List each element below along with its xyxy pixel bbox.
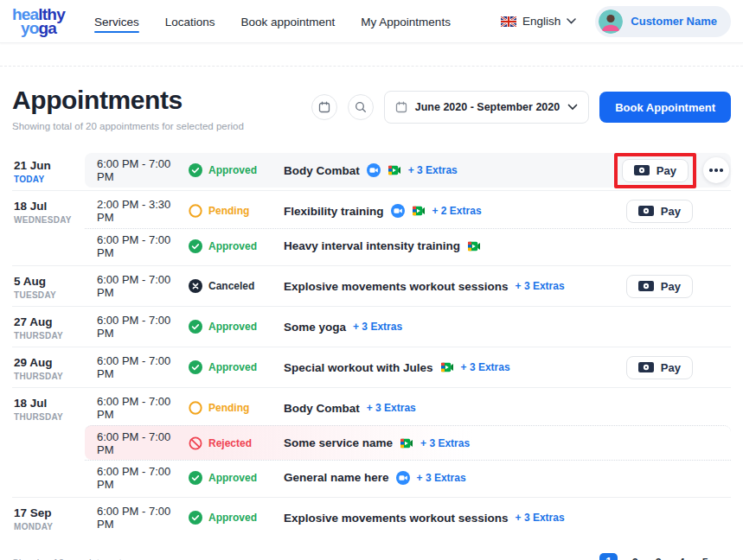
service-name: Special workout with Jules	[284, 361, 433, 374]
logo-text: yo	[21, 19, 39, 37]
meet-icon	[388, 163, 401, 177]
user-name: Customer Name	[631, 15, 717, 28]
appointment-row: 6:00 PM - 7:00 PMApprovedGeneral name he…	[85, 460, 731, 494]
banknote-icon	[638, 362, 654, 372]
calendar-icon	[395, 101, 407, 113]
row-actions: Pay	[626, 200, 731, 223]
appointment-time: 6:00 PM - 7:00 PM	[85, 354, 189, 380]
nav-item-book-appointment[interactable]: Book appointment	[241, 3, 336, 40]
appointment-time: 6:00 PM - 7:00 PM	[85, 314, 189, 340]
date-cell: 5 AugTUESDAY	[12, 266, 85, 306]
group-weekday: THURSDAY	[14, 412, 80, 422]
status-label: Approved	[208, 361, 257, 373]
status-badge: Approved	[189, 163, 284, 177]
uk-flag-icon	[501, 16, 516, 27]
appointment-group: 29 AugTHURSDAY6:00 PM - 7:00 PMApprovedS…	[12, 347, 731, 387]
page-number-3[interactable]: 3	[652, 557, 664, 560]
zoom-icon	[391, 204, 405, 218]
more-options-button[interactable]	[703, 157, 729, 183]
extras-link[interactable]: + 3 Extras	[408, 164, 458, 176]
pay-button[interactable]: Pay	[626, 356, 693, 379]
nav-item-locations[interactable]: Locations	[165, 3, 215, 40]
approved-icon	[189, 320, 202, 334]
approved-icon	[189, 239, 202, 253]
date-cell: 18 JulWEDNESDAY	[12, 191, 85, 265]
service-name: Explosive movements workout sessions	[284, 512, 509, 525]
page-number-1[interactable]: 1	[599, 553, 618, 560]
search-button[interactable]	[348, 94, 374, 120]
service-name: Explosive movements workout sessions	[284, 280, 509, 293]
appointments-table: 21 JunTODAY6:00 PM - 7:00 PMApprovedBody…	[12, 150, 731, 538]
pay-label: Pay	[661, 205, 681, 218]
page-number-5[interactable]: 5	[699, 557, 711, 560]
service-cell: Heavy interval intensity training	[284, 239, 693, 253]
book-appointment-button[interactable]: Book Appointment	[599, 92, 731, 123]
extras-link[interactable]: + 3 Extras	[461, 361, 510, 373]
meet-icon	[467, 239, 481, 253]
service-name: Heavy interval intensity training	[284, 239, 460, 252]
service-cell: Some yoga+ 3 Extras	[284, 321, 693, 334]
appointment-row: 6:00 PM - 7:00 PMRejectedSome service na…	[85, 425, 731, 460]
approved-icon	[189, 163, 202, 177]
row-actions: Pay	[626, 275, 731, 298]
chevron-down-icon	[567, 18, 576, 24]
pay-button[interactable]: Pay	[622, 159, 689, 182]
search-icon	[355, 101, 367, 113]
nav-item-my-appointments[interactable]: My Appointments	[361, 3, 451, 40]
meet-icon	[412, 204, 426, 218]
healthy-yoga-logo[interactable]: healthy yoga	[12, 8, 65, 34]
status-label: Approved	[208, 472, 257, 484]
status-badge: Rejected	[189, 436, 284, 450]
appointment-time: 6:00 PM - 7:00 PM	[85, 395, 189, 421]
group-date: 27 Aug	[14, 315, 80, 328]
extras-link[interactable]: + 3 Extras	[516, 512, 565, 524]
status-label: Canceled	[208, 280, 254, 292]
extras-link[interactable]: + 3 Extras	[420, 437, 470, 449]
status-label: Approved	[208, 321, 257, 333]
canceled-icon	[189, 279, 202, 293]
date-cell: 18 JulTHURSDAY	[12, 388, 85, 497]
date-range-value: June 2020 - September 2020	[415, 101, 560, 113]
status-badge: Approved	[189, 360, 284, 374]
nav-item-services[interactable]: Services	[94, 3, 139, 40]
extras-link[interactable]: + 3 Extras	[417, 472, 466, 484]
status-label: Rejected	[208, 437, 252, 449]
appointment-group: 17 SepMONDAY6:00 PM - 7:00 PMApprovedExp…	[12, 497, 731, 538]
pending-icon	[189, 204, 202, 218]
pay-button[interactable]: Pay	[626, 200, 693, 223]
extras-link[interactable]: + 3 Extras	[367, 402, 416, 414]
pay-button[interactable]: Pay	[626, 275, 693, 298]
next-page-arrow[interactable]: ›	[722, 555, 731, 560]
service-cell: Explosive movements workout sessions+ 3 …	[284, 512, 693, 525]
service-cell: Body Combat+ 3 Extras	[284, 163, 614, 177]
extras-link[interactable]: + 2 Extras	[432, 205, 482, 217]
date-range-select[interactable]: June 2020 - September 2020	[384, 91, 589, 124]
user-menu[interactable]: Customer Name	[595, 6, 731, 37]
service-name: Some yoga	[284, 321, 346, 334]
approved-icon	[189, 471, 202, 485]
page-number-2[interactable]: 2	[629, 557, 641, 560]
appointment-row: 6:00 PM - 7:00 PMApprovedExplosive movem…	[85, 500, 731, 535]
extras-link[interactable]: + 3 Extras	[516, 280, 565, 292]
status-badge: Pending	[189, 204, 284, 218]
pending-icon	[189, 401, 202, 415]
group-weekday: MONDAY	[14, 522, 80, 531]
calendar-icon	[318, 101, 330, 113]
appointment-time: 6:00 PM - 7:00 PM	[85, 233, 189, 259]
status-label: Approved	[208, 512, 257, 524]
chevron-down-icon	[567, 104, 578, 111]
appointment-time: 6:00 PM - 7:00 PM	[85, 465, 189, 491]
extras-link[interactable]: + 3 Extras	[353, 321, 402, 333]
pagination: ‹12345›	[580, 553, 731, 560]
language-selector[interactable]: English	[501, 15, 576, 28]
appointment-row: 6:00 PM - 7:00 PMCanceledExplosive movem…	[85, 269, 731, 303]
pay-label: Pay	[661, 361, 681, 374]
top-navbar: healthy yoga Services Locations Book app…	[0, 0, 743, 43]
appointment-time: 6:00 PM - 7:00 PM	[85, 430, 189, 456]
calendar-view-button[interactable]	[311, 94, 337, 120]
approved-icon	[189, 360, 202, 374]
prev-page-arrow[interactable]: ‹	[580, 555, 589, 560]
per-page-note: Showing 10 appointments per page	[12, 557, 169, 560]
page-number-4[interactable]: 4	[676, 557, 688, 560]
rejected-icon	[189, 436, 202, 450]
